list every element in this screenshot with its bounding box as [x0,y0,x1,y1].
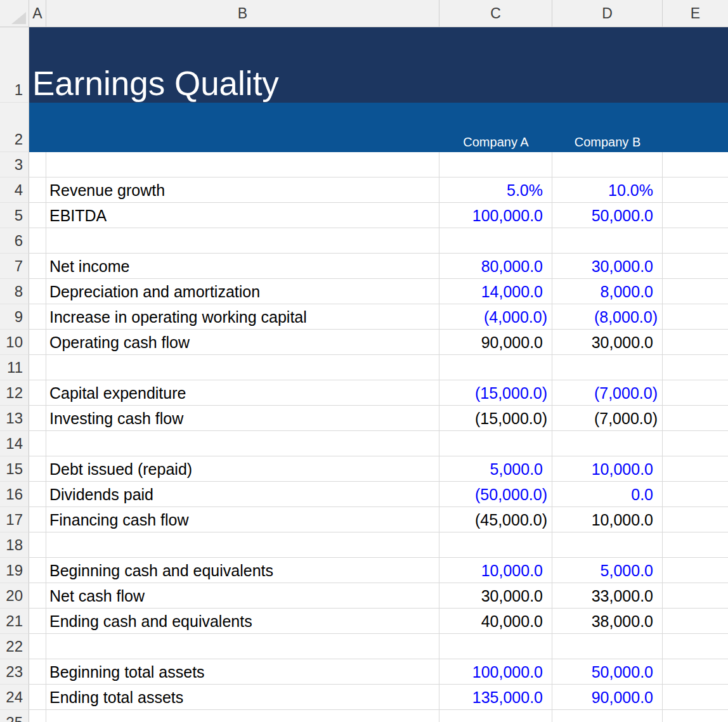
cell-company-b-value[interactable]: (7,000.0) [552,380,663,406]
title-banner-cell[interactable]: Earnings Quality [29,27,728,103]
cell-row-label[interactable]: Increase in operating working capital [46,304,439,330]
cell-column-a[interactable] [29,685,46,710]
cell-company-b-value[interactable] [552,532,663,558]
row-number[interactable]: 6 [0,228,29,254]
cell-row-label[interactable]: Debt issued (repaid) [46,456,439,482]
cell-row-label[interactable] [46,710,439,722]
cell-column-a[interactable] [29,609,46,634]
cell-row-label[interactable] [46,228,439,254]
cell-column-e[interactable] [663,228,728,254]
cell-column-e[interactable] [663,558,728,583]
cell-row-label[interactable]: Financing cash flow [46,507,439,532]
cell-column-a[interactable] [29,482,46,507]
cell-column-e[interactable] [663,431,728,456]
cell-column-e[interactable] [663,634,728,659]
cell-company-a-value[interactable]: 90,000.0 [439,330,552,355]
cell-column-e[interactable] [663,304,728,330]
cell-column-e[interactable] [663,710,728,722]
cell-row-label[interactable]: Ending cash and equivalents [46,609,439,634]
row-number[interactable]: 24 [0,685,29,710]
cell-company-b-value[interactable]: (8,000.0) [552,304,663,330]
cell-row-label[interactable]: Net cash flow [46,583,439,609]
cell-column-a[interactable] [29,279,46,304]
row-number[interactable]: 4 [0,177,29,203]
cell-row-label[interactable]: EBITDA [46,203,439,228]
cell-company-a-value[interactable]: (15,000.0) [439,380,552,406]
cell-company-a-value[interactable] [439,152,552,177]
cell-company-b-value[interactable]: 90,000.0 [552,685,663,710]
company-a-header-cell[interactable]: Company A [439,136,552,148]
cell-column-a[interactable] [29,558,46,583]
cell-company-a-value[interactable] [439,355,552,380]
cell-company-b-value[interactable]: 10,000.0 [552,456,663,482]
cell-company-a-value[interactable]: 100,000.0 [439,659,552,685]
cell-column-e[interactable] [663,330,728,355]
cell-column-e[interactable] [663,532,728,558]
cell-company-b-value[interactable] [552,228,663,254]
row-number[interactable]: 18 [0,532,29,558]
cell-column-e[interactable] [663,203,728,228]
cell-company-a-value[interactable] [439,634,552,659]
row-number[interactable]: 16 [0,482,29,507]
cell-company-b-value[interactable]: 38,000.0 [552,609,663,634]
column-header-d[interactable]: D [552,0,663,27]
cell-row-label[interactable]: Dividends paid [46,482,439,507]
cell-column-a[interactable] [29,152,46,177]
cell-company-b-value[interactable] [552,634,663,659]
cell-column-e[interactable] [663,279,728,304]
row-number[interactable]: 15 [0,456,29,482]
cell-company-a-value[interactable]: 100,000.0 [439,203,552,228]
row-number[interactable]: 9 [0,304,29,330]
cell-column-a[interactable] [29,634,46,659]
row-number[interactable]: 25 [0,710,29,722]
cell-company-a-value[interactable]: 5,000.0 [439,456,552,482]
cell-company-b-value[interactable] [552,152,663,177]
cell-company-a-value[interactable]: 14,000.0 [439,279,552,304]
cell-column-e[interactable] [663,254,728,279]
row-number[interactable]: 13 [0,406,29,431]
cell-company-b-value[interactable]: 0.0 [552,482,663,507]
row-number[interactable]: 20 [0,583,29,609]
cell-column-a[interactable] [29,456,46,482]
cell-company-a-value[interactable]: 30,000.0 [439,583,552,609]
cell-company-a-value[interactable]: (15,000.0) [439,406,552,431]
cell-company-a-value[interactable]: 5.0% [439,177,552,203]
cell-column-e[interactable] [663,355,728,380]
cell-company-b-value[interactable]: 8,000.0 [552,279,663,304]
cell-row-label[interactable]: Investing cash flow [46,406,439,431]
cell-column-e[interactable] [663,583,728,609]
cell-company-b-value[interactable]: 5,000.0 [552,558,663,583]
cell-company-b-value[interactable]: 10,000.0 [552,507,663,532]
cell-column-a[interactable] [29,228,46,254]
cell-column-e[interactable] [663,507,728,532]
row-number[interactable]: 22 [0,634,29,659]
cell-company-b-value[interactable]: 10.0% [552,177,663,203]
cell-column-a[interactable] [29,583,46,609]
cell-company-b-value[interactable]: 50,000.0 [552,659,663,685]
cell-row-label[interactable] [46,355,439,380]
cell-column-a[interactable] [29,532,46,558]
row-number[interactable]: 5 [0,203,29,228]
cell-column-a[interactable] [29,254,46,279]
cell-company-a-value[interactable] [439,431,552,456]
cell-company-a-value[interactable] [439,228,552,254]
cell-company-a-value[interactable]: (4,000.0) [439,304,552,330]
row-number[interactable]: 3 [0,152,29,177]
cell-column-e[interactable] [663,609,728,634]
cell-column-a[interactable] [29,203,46,228]
cell-company-a-value[interactable]: (50,000.0) [439,482,552,507]
cell-row-label[interactable]: Capital expenditure [46,380,439,406]
cell-column-a[interactable] [29,380,46,406]
company-header-banner[interactable]: Company A Company B [29,103,728,152]
cell-company-a-value[interactable] [439,532,552,558]
cell-column-a[interactable] [29,710,46,722]
cell-column-e[interactable] [663,177,728,203]
cell-company-a-value[interactable]: (45,000.0) [439,507,552,532]
column-header-c[interactable]: C [439,0,552,27]
column-header-e[interactable]: E [663,0,728,27]
cell-column-a[interactable] [29,330,46,355]
cell-company-b-value[interactable] [552,431,663,456]
cell-row-label[interactable]: Ending total assets [46,685,439,710]
row-number[interactable]: 7 [0,254,29,279]
row-number[interactable]: 12 [0,380,29,406]
